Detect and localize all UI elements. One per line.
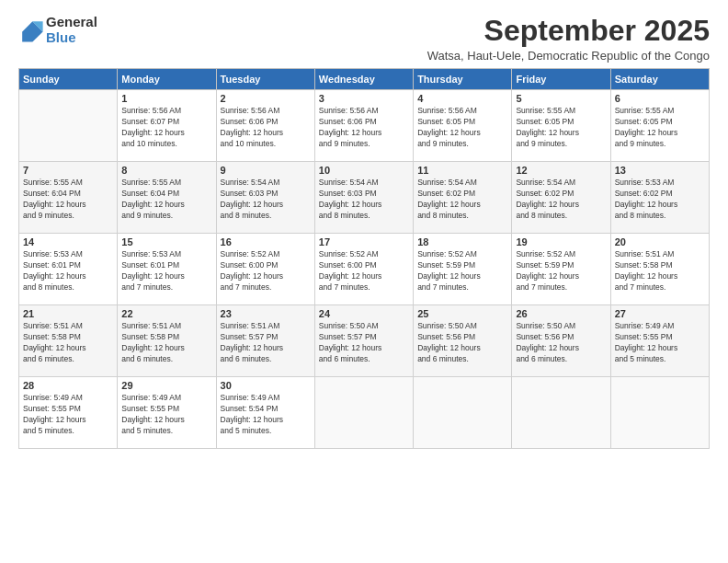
day-number: 1 (121, 93, 211, 104)
day-number: 22 (121, 308, 211, 319)
page: General Blue September 2025 Watsa, Haut-… (0, 0, 728, 563)
cell-content: Sunrise: 5:50 AM Sunset: 5:56 PM Dayligh… (417, 321, 507, 365)
col-saturday: Saturday (610, 69, 709, 90)
calendar-table: Sunday Monday Tuesday Wednesday Thursday… (18, 68, 710, 449)
cell-content: Sunrise: 5:49 AM Sunset: 5:55 PM Dayligh… (121, 393, 211, 437)
cell-content: Sunrise: 5:50 AM Sunset: 5:56 PM Dayligh… (516, 321, 606, 365)
table-row: 28Sunrise: 5:49 AM Sunset: 5:55 PM Dayli… (19, 377, 118, 449)
day-number: 15 (121, 236, 211, 247)
cell-content: Sunrise: 5:49 AM Sunset: 5:55 PM Dayligh… (615, 321, 705, 365)
cell-content: Sunrise: 5:51 AM Sunset: 5:58 PM Dayligh… (23, 321, 113, 365)
day-number: 24 (319, 308, 409, 319)
cell-content: Sunrise: 5:49 AM Sunset: 5:54 PM Dayligh… (221, 393, 311, 437)
cell-content: Sunrise: 5:53 AM Sunset: 6:02 PM Dayligh… (615, 178, 705, 222)
logo-blue-text: Blue (46, 30, 97, 46)
day-number: 5 (516, 93, 606, 104)
day-number: 27 (615, 308, 705, 319)
cell-content: Sunrise: 5:55 AM Sunset: 6:04 PM Dayligh… (23, 178, 113, 222)
table-row: 25Sunrise: 5:50 AM Sunset: 5:56 PM Dayli… (414, 305, 512, 377)
day-number: 16 (221, 236, 311, 247)
table-row: 26Sunrise: 5:50 AM Sunset: 5:56 PM Dayli… (512, 305, 610, 377)
header-row: Sunday Monday Tuesday Wednesday Thursday… (19, 69, 710, 90)
day-number: 3 (319, 93, 409, 104)
header: General Blue September 2025 Watsa, Haut-… (18, 15, 710, 63)
day-number: 20 (615, 236, 705, 247)
cell-content: Sunrise: 5:56 AM Sunset: 6:05 PM Dayligh… (417, 106, 507, 150)
table-row: 12Sunrise: 5:54 AM Sunset: 6:02 PM Dayli… (512, 162, 610, 234)
day-number: 30 (221, 380, 311, 391)
table-row: 30Sunrise: 5:49 AM Sunset: 5:54 PM Dayli… (216, 377, 314, 449)
day-number: 28 (23, 380, 113, 391)
col-tuesday: Tuesday (216, 69, 314, 90)
day-number: 4 (417, 93, 507, 104)
table-row: 13Sunrise: 5:53 AM Sunset: 6:02 PM Dayli… (610, 162, 709, 234)
cell-content: Sunrise: 5:54 AM Sunset: 6:02 PM Dayligh… (417, 178, 507, 222)
table-row: 15Sunrise: 5:53 AM Sunset: 6:01 PM Dayli… (118, 234, 216, 305)
table-row: 9Sunrise: 5:54 AM Sunset: 6:03 PM Daylig… (216, 162, 314, 234)
table-row (19, 90, 118, 162)
day-number: 2 (221, 93, 311, 104)
cell-content: Sunrise: 5:49 AM Sunset: 5:55 PM Dayligh… (23, 393, 113, 437)
col-thursday: Thursday (414, 69, 512, 90)
logo-icon (18, 17, 44, 43)
day-number: 6 (615, 93, 705, 104)
day-number: 7 (23, 165, 113, 176)
table-row (414, 377, 512, 449)
table-row (314, 377, 413, 449)
logo-general-text: General (46, 15, 97, 30)
table-row: 1Sunrise: 5:56 AM Sunset: 6:07 PM Daylig… (118, 90, 216, 162)
col-monday: Monday (118, 69, 216, 90)
day-number: 17 (319, 236, 409, 247)
table-row: 27Sunrise: 5:49 AM Sunset: 5:55 PM Dayli… (610, 305, 709, 377)
table-row: 29Sunrise: 5:49 AM Sunset: 5:55 PM Dayli… (118, 377, 216, 449)
table-row: 4Sunrise: 5:56 AM Sunset: 6:05 PM Daylig… (414, 90, 512, 162)
col-wednesday: Wednesday (314, 69, 413, 90)
table-row: 18Sunrise: 5:52 AM Sunset: 5:59 PM Dayli… (414, 234, 512, 305)
table-row: 22Sunrise: 5:51 AM Sunset: 5:58 PM Dayli… (118, 305, 216, 377)
cell-content: Sunrise: 5:53 AM Sunset: 6:01 PM Dayligh… (121, 249, 211, 293)
day-number: 12 (516, 165, 606, 176)
table-row: 24Sunrise: 5:50 AM Sunset: 5:57 PM Dayli… (314, 305, 413, 377)
cell-content: Sunrise: 5:51 AM Sunset: 5:57 PM Dayligh… (221, 321, 311, 365)
logo-text: General Blue (46, 15, 97, 45)
cell-content: Sunrise: 5:52 AM Sunset: 5:59 PM Dayligh… (417, 249, 507, 293)
day-number: 21 (23, 308, 113, 319)
cell-content: Sunrise: 5:56 AM Sunset: 6:06 PM Dayligh… (221, 106, 311, 150)
table-row: 20Sunrise: 5:51 AM Sunset: 5:58 PM Dayli… (610, 234, 709, 305)
table-row: 5Sunrise: 5:55 AM Sunset: 6:05 PM Daylig… (512, 90, 610, 162)
table-row: 10Sunrise: 5:54 AM Sunset: 6:03 PM Dayli… (314, 162, 413, 234)
cell-content: Sunrise: 5:50 AM Sunset: 5:57 PM Dayligh… (319, 321, 409, 365)
calendar-week-0: 1Sunrise: 5:56 AM Sunset: 6:07 PM Daylig… (19, 90, 710, 162)
day-number: 8 (121, 165, 211, 176)
table-row: 16Sunrise: 5:52 AM Sunset: 6:00 PM Dayli… (216, 234, 314, 305)
cell-content: Sunrise: 5:52 AM Sunset: 6:00 PM Dayligh… (221, 249, 311, 293)
cell-content: Sunrise: 5:55 AM Sunset: 6:05 PM Dayligh… (516, 106, 606, 150)
col-friday: Friday (512, 69, 610, 90)
calendar-week-2: 14Sunrise: 5:53 AM Sunset: 6:01 PM Dayli… (19, 234, 710, 305)
cell-content: Sunrise: 5:55 AM Sunset: 6:05 PM Dayligh… (615, 106, 705, 150)
table-row: 7Sunrise: 5:55 AM Sunset: 6:04 PM Daylig… (19, 162, 118, 234)
cell-content: Sunrise: 5:54 AM Sunset: 6:03 PM Dayligh… (221, 178, 311, 222)
cell-content: Sunrise: 5:54 AM Sunset: 6:03 PM Dayligh… (319, 178, 409, 222)
cell-content: Sunrise: 5:51 AM Sunset: 5:58 PM Dayligh… (615, 249, 705, 293)
day-number: 18 (417, 236, 507, 247)
subtitle: Watsa, Haut-Uele, Democratic Republic of… (427, 49, 710, 63)
table-row: 6Sunrise: 5:55 AM Sunset: 6:05 PM Daylig… (610, 90, 709, 162)
cell-content: Sunrise: 5:55 AM Sunset: 6:04 PM Dayligh… (121, 178, 211, 222)
day-number: 9 (221, 165, 311, 176)
day-number: 23 (221, 308, 311, 319)
cell-content: Sunrise: 5:56 AM Sunset: 6:07 PM Dayligh… (121, 106, 211, 150)
table-row: 14Sunrise: 5:53 AM Sunset: 6:01 PM Dayli… (19, 234, 118, 305)
cell-content: Sunrise: 5:52 AM Sunset: 5:59 PM Dayligh… (516, 249, 606, 293)
day-number: 13 (615, 165, 705, 176)
day-number: 29 (121, 380, 211, 391)
table-row: 3Sunrise: 5:56 AM Sunset: 6:06 PM Daylig… (314, 90, 413, 162)
day-number: 10 (319, 165, 409, 176)
table-row: 8Sunrise: 5:55 AM Sunset: 6:04 PM Daylig… (118, 162, 216, 234)
logo: General Blue (18, 15, 97, 45)
table-row: 11Sunrise: 5:54 AM Sunset: 6:02 PM Dayli… (414, 162, 512, 234)
table-row: 21Sunrise: 5:51 AM Sunset: 5:58 PM Dayli… (19, 305, 118, 377)
table-row: 2Sunrise: 5:56 AM Sunset: 6:06 PM Daylig… (216, 90, 314, 162)
cell-content: Sunrise: 5:53 AM Sunset: 6:01 PM Dayligh… (23, 249, 113, 293)
calendar-week-1: 7Sunrise: 5:55 AM Sunset: 6:04 PM Daylig… (19, 162, 710, 234)
